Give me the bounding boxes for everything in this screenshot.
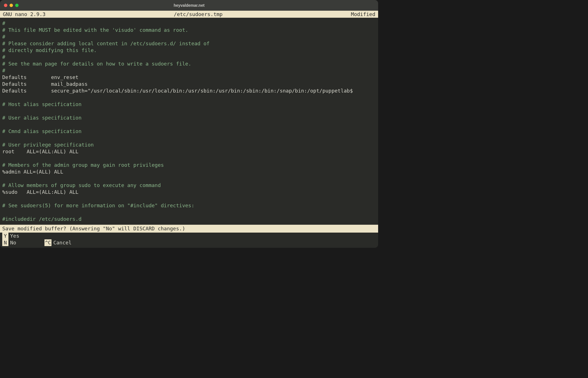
editor-file-path: /etc/sudoers.tmp bbox=[46, 11, 351, 17]
terminal-window: heyvaldemar.net GNU nano 2.9.3 /etc/sudo… bbox=[0, 0, 378, 248]
minimize-icon[interactable] bbox=[10, 4, 13, 7]
editor-line: Defaults secure_path="/usr/local/sbin:/u… bbox=[2, 87, 376, 94]
editor-line bbox=[2, 175, 376, 182]
shortcut-bar: Y Yes N No ^C Cancel bbox=[0, 233, 378, 248]
cancel-key[interactable]: ^C bbox=[44, 239, 52, 246]
editor-content[interactable]: ## This file MUST be edited with the 'vi… bbox=[0, 18, 378, 225]
editor-line: %sudo ALL=(ALL:ALL) ALL bbox=[2, 189, 376, 195]
save-prompt: Save modified buffer? (Answering "No" wi… bbox=[0, 225, 378, 233]
editor-line: # Allow members of group sudo to execute… bbox=[2, 182, 376, 189]
yes-label: Yes bbox=[10, 233, 19, 239]
traffic-lights bbox=[4, 4, 19, 7]
editor-line: # bbox=[2, 20, 376, 27]
editor-line: # User privilege specification bbox=[2, 141, 376, 148]
editor-line: # See sudoers(5) for more information on… bbox=[2, 202, 376, 209]
editor-line: # User alias specification bbox=[2, 114, 376, 121]
editor-line: Defaults env_reset bbox=[2, 74, 376, 81]
titlebar: heyvaldemar.net bbox=[0, 0, 378, 11]
editor-app-name: GNU nano 2.9.3 bbox=[3, 11, 46, 17]
editor-line: # bbox=[2, 67, 376, 74]
editor-header: GNU nano 2.9.3 /etc/sudoers.tmp Modified bbox=[0, 11, 378, 18]
editor-line: # Host alias specification bbox=[2, 101, 376, 108]
editor-line: # Members of the admin group may gain ro… bbox=[2, 162, 376, 168]
editor-line: # bbox=[2, 54, 376, 60]
editor-line bbox=[2, 155, 376, 162]
close-icon[interactable] bbox=[4, 4, 7, 7]
editor-line: # directly modifying this file. bbox=[2, 47, 376, 54]
editor-line bbox=[2, 209, 376, 216]
editor-line bbox=[2, 94, 376, 101]
maximize-icon[interactable] bbox=[15, 4, 19, 7]
editor-line bbox=[2, 135, 376, 141]
editor-line: # Cmnd alias specification bbox=[2, 128, 376, 135]
window-title: heyvaldemar.net bbox=[174, 3, 205, 8]
editor-line: %admin ALL=(ALL) ALL bbox=[2, 168, 376, 175]
cancel-label: Cancel bbox=[53, 239, 71, 246]
editor-line: # This file MUST be edited with the 'vis… bbox=[2, 27, 376, 33]
editor-line: # Please consider adding local content i… bbox=[2, 40, 376, 47]
editor-line: Defaults mail_badpass bbox=[2, 81, 376, 87]
yes-key[interactable]: Y bbox=[2, 233, 8, 239]
editor-line: root ALL=(ALL:ALL) ALL bbox=[2, 148, 376, 155]
no-label: No bbox=[10, 239, 16, 246]
editor-line bbox=[2, 108, 376, 114]
editor-line: # See the man page for details on how to… bbox=[2, 60, 376, 67]
editor-line: #includedir /etc/sudoers.d bbox=[2, 216, 376, 222]
editor-status: Modified bbox=[351, 11, 375, 17]
no-key[interactable]: N bbox=[2, 239, 8, 246]
editor-line bbox=[2, 195, 376, 202]
editor-line: # bbox=[2, 33, 376, 40]
editor-line bbox=[2, 121, 376, 128]
